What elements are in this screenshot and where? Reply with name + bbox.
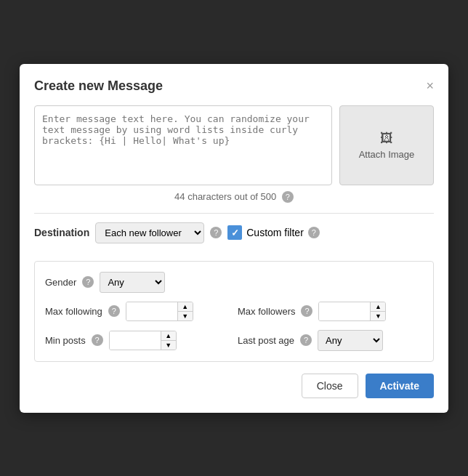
attach-label: Attach Image	[359, 149, 415, 160]
modal-title: Create new Message	[34, 78, 163, 94]
last-post-age-select[interactable]: Any 1 day 7 days 30 days	[318, 330, 383, 351]
activate-button[interactable]: Activate	[366, 374, 434, 398]
attach-icon: 🖼	[380, 131, 393, 146]
gender-help-icon[interactable]: ?	[82, 276, 94, 288]
max-following-col: Max following ? 2000 ▲ ▼	[45, 302, 230, 321]
custom-filter-label: Custom filter	[246, 227, 304, 238]
min-posts-label: Min posts	[45, 335, 86, 346]
max-followers-spinners: ▲ ▼	[370, 302, 385, 320]
max-followers-label: Max followers	[238, 306, 295, 317]
modal-header: Create new Message ×	[34, 78, 434, 94]
destination-select[interactable]: Each new follower Each new following Cus…	[95, 222, 204, 243]
message-textarea[interactable]	[34, 105, 332, 185]
min-posts-help-icon[interactable]: ?	[92, 334, 103, 346]
max-followers-spinner: 2000 ▲ ▼	[318, 302, 386, 321]
close-x-button[interactable]: ×	[426, 79, 434, 92]
custom-filter-row: ✓ Custom filter ?	[227, 225, 320, 240]
attach-image-box[interactable]: 🖼 Attach Image	[339, 105, 434, 185]
max-followers-down[interactable]: ▼	[371, 312, 385, 320]
min-posts-down[interactable]: ▼	[161, 341, 176, 350]
destination-help-icon[interactable]: ?	[210, 227, 222, 238]
filter-box: Gender ? Any Male Female Max following ?…	[34, 261, 434, 362]
last-post-age-help-icon[interactable]: ?	[300, 334, 312, 346]
max-following-input[interactable]: 2000	[126, 302, 177, 320]
checkmark-icon: ✓	[231, 227, 239, 238]
max-following-spinners: ▲ ▼	[177, 302, 193, 320]
message-area: 🖼 Attach Image	[34, 105, 434, 185]
max-followers-col: Max followers ? 2000 ▲ ▼	[238, 302, 423, 321]
custom-filter-help-icon[interactable]: ?	[308, 227, 320, 238]
max-following-down[interactable]: ▼	[178, 312, 193, 320]
max-followers-up[interactable]: ▲	[371, 302, 385, 312]
modal-dialog: Create new Message × 🖼 Attach Image 44 c…	[20, 64, 448, 413]
custom-filter-checkbox[interactable]: ✓	[227, 225, 242, 240]
min-posts-col: Min posts ? 1 ▲ ▼	[45, 331, 230, 350]
destination-row: Destination Each new follower Each new f…	[34, 213, 434, 252]
char-count-row: 44 characters out of 500 ?	[34, 191, 434, 203]
max-followers-help-icon[interactable]: ?	[301, 305, 312, 317]
last-post-age-col: Last post age ? Any 1 day 7 days 30 days	[238, 330, 423, 351]
gender-col: Gender ? Any Male Female	[45, 272, 423, 293]
max-following-up[interactable]: ▲	[178, 302, 193, 312]
char-count-help-icon[interactable]: ?	[282, 191, 294, 203]
gender-label: Gender	[45, 277, 76, 288]
max-followers-input[interactable]: 2000	[319, 302, 370, 320]
min-posts-spinners: ▲ ▼	[161, 331, 176, 350]
char-count-text: 44 characters out of 500	[174, 191, 276, 202]
modal-footer: Close Activate	[34, 374, 434, 398]
min-posts-input[interactable]: 1	[110, 331, 161, 350]
min-posts-up[interactable]: ▲	[161, 331, 176, 341]
last-post-age-label: Last post age	[238, 335, 294, 346]
min-posts-spinner: 1 ▲ ▼	[109, 331, 177, 350]
filter-row-following-followers: Max following ? 2000 ▲ ▼ Max followers ?…	[45, 302, 423, 321]
filter-row-gender: Gender ? Any Male Female	[45, 272, 423, 293]
close-button[interactable]: Close	[302, 374, 358, 398]
max-following-spinner: 2000 ▲ ▼	[126, 302, 193, 321]
max-following-help-icon[interactable]: ?	[108, 305, 120, 317]
max-following-label: Max following	[45, 306, 102, 317]
filter-row-posts-age: Min posts ? 1 ▲ ▼ Last post age ? Any 1 …	[45, 330, 423, 351]
gender-select[interactable]: Any Male Female	[100, 272, 165, 293]
destination-label: Destination	[34, 227, 89, 238]
